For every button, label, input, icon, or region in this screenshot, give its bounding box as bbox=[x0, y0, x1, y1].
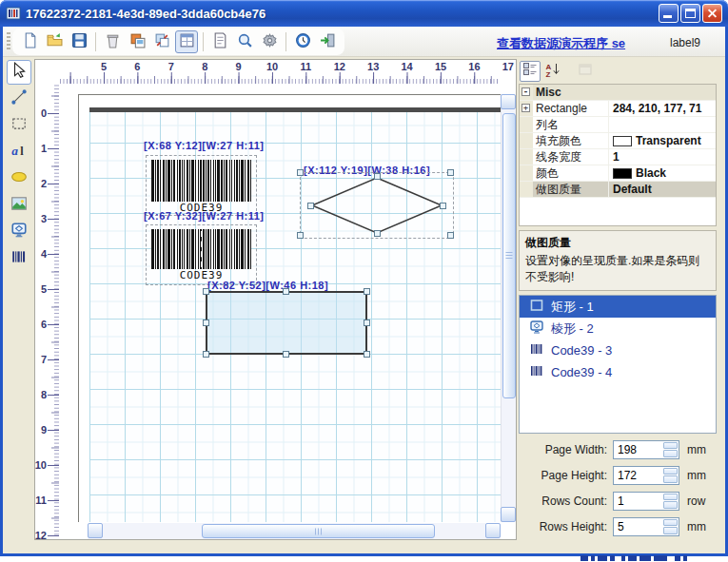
delete-button[interactable] bbox=[101, 30, 124, 53]
property-row[interactable]: 线条宽度1 bbox=[520, 149, 716, 165]
spin-up-button[interactable] bbox=[663, 494, 678, 501]
diamond-tool-button[interactable] bbox=[7, 220, 31, 244]
page-height-input[interactable] bbox=[614, 468, 663, 483]
spin-down-button[interactable] bbox=[663, 450, 678, 457]
text-tool-button[interactable]: al bbox=[7, 140, 31, 165]
alphabetical-sort-button[interactable]: AZ bbox=[542, 61, 563, 82]
resize-handle[interactable] bbox=[283, 288, 289, 295]
zoom-button[interactable] bbox=[233, 30, 256, 53]
rows-height-input[interactable] bbox=[614, 519, 663, 534]
ellipse-tool-button[interactable] bbox=[7, 166, 31, 191]
resize-handle[interactable] bbox=[203, 351, 209, 358]
vertical-scroll-thumb[interactable] bbox=[502, 113, 516, 398]
spin-up-button[interactable] bbox=[663, 468, 678, 475]
vertical-scrollbar[interactable] bbox=[501, 94, 516, 522]
property-row[interactable]: 填充颜色Transparent bbox=[520, 133, 716, 149]
resize-handle[interactable] bbox=[447, 232, 454, 239]
property-label: 颜色 bbox=[533, 165, 609, 181]
save-button[interactable] bbox=[68, 30, 90, 53]
resize-handle[interactable] bbox=[203, 288, 209, 295]
spin-up-button[interactable] bbox=[663, 519, 678, 527]
tool-palette: al bbox=[5, 59, 33, 550]
rows-count-input[interactable] bbox=[614, 494, 663, 509]
diamond-object[interactable] bbox=[310, 176, 443, 235]
settings-button[interactable] bbox=[258, 30, 281, 53]
object-list-item[interactable]: 棱形 - 2 bbox=[520, 318, 716, 339]
categorized-button[interactable] bbox=[520, 61, 541, 82]
print-button[interactable] bbox=[208, 30, 231, 53]
property-row[interactable]: +Rectangle284, 210, 177, 71 bbox=[520, 101, 716, 117]
object-list-item[interactable]: Code39 - 3 bbox=[520, 339, 716, 361]
send-to-back-button[interactable] bbox=[150, 30, 173, 53]
resize-handle[interactable] bbox=[297, 169, 304, 176]
resize-handle[interactable] bbox=[364, 320, 370, 326]
resize-handle[interactable] bbox=[364, 288, 370, 295]
scroll-right-button[interactable] bbox=[485, 523, 501, 538]
barcode-tool-button[interactable] bbox=[7, 246, 31, 271]
expand-icon[interactable]: + bbox=[521, 104, 530, 112]
property-row[interactable]: 列名 bbox=[520, 117, 716, 133]
rectangle-tool-button[interactable] bbox=[7, 113, 31, 138]
open-button[interactable] bbox=[43, 30, 66, 53]
property-value[interactable]: 284, 210, 177, 71 bbox=[609, 101, 716, 116]
barcode1-object[interactable] bbox=[151, 160, 251, 202]
save-icon bbox=[71, 32, 88, 52]
property-row[interactable]: 做图质量Default bbox=[520, 182, 716, 198]
property-value[interactable] bbox=[609, 117, 716, 132]
property-value[interactable]: Default bbox=[609, 182, 716, 197]
spin-up-button[interactable] bbox=[663, 442, 678, 450]
toggle-properties-button[interactable] bbox=[175, 30, 198, 53]
spin-down-button[interactable] bbox=[663, 527, 678, 534]
form-row: Rows Count:row bbox=[518, 491, 705, 511]
datasource-demo-link[interactable]: 查看数据源演示程序 se bbox=[497, 35, 625, 52]
minimize-button[interactable] bbox=[659, 4, 679, 23]
canvas-viewport[interactable]: [X:68 Y:12][W:27 H:11] CODE39 [X:67 Y:32… bbox=[60, 85, 501, 522]
horizontal-scrollbar[interactable] bbox=[88, 523, 501, 539]
close-button[interactable] bbox=[702, 4, 722, 23]
category-label: Misc bbox=[533, 85, 609, 100]
resize-handle[interactable] bbox=[283, 351, 289, 358]
resize-handle[interactable] bbox=[440, 203, 446, 209]
toolbar-separator bbox=[285, 32, 286, 51]
resize-handle[interactable] bbox=[297, 232, 304, 239]
property-value[interactable]: Black bbox=[609, 165, 716, 181]
exit-icon bbox=[320, 32, 336, 52]
new-button[interactable] bbox=[18, 30, 41, 53]
image-tool-button[interactable] bbox=[7, 193, 31, 218]
spin-down-button[interactable] bbox=[663, 501, 678, 509]
page-width-input[interactable] bbox=[614, 442, 663, 457]
resize-handle[interactable] bbox=[203, 320, 209, 326]
bring-to-front-button[interactable] bbox=[126, 30, 148, 53]
line-icon bbox=[10, 88, 28, 109]
maximize-button[interactable] bbox=[680, 4, 700, 23]
resize-handle[interactable] bbox=[447, 169, 454, 176]
resize-handle[interactable] bbox=[307, 203, 314, 209]
object-list-label: 矩形 - 1 bbox=[551, 299, 594, 316]
rectangle-annotation: [X:82 Y:52][W:46 H:18] bbox=[207, 280, 328, 291]
resize-handle[interactable] bbox=[374, 173, 381, 180]
object-list-item[interactable]: 矩形 - 1 bbox=[520, 296, 716, 318]
property-row[interactable]: 颜色Black bbox=[520, 165, 716, 182]
select-tool-button[interactable] bbox=[7, 60, 31, 85]
scroll-left-button[interactable] bbox=[88, 523, 103, 538]
line-tool-button[interactable] bbox=[7, 87, 31, 111]
object-list-item[interactable]: Code39 - 4 bbox=[520, 361, 716, 383]
collapse-icon[interactable]: - bbox=[521, 87, 530, 96]
about-button[interactable] bbox=[291, 30, 314, 53]
new-doc-icon bbox=[22, 32, 38, 52]
toolbar-grip[interactable] bbox=[7, 32, 10, 51]
scroll-down-button[interactable] bbox=[501, 507, 516, 522]
horizontal-scroll-thumb[interactable] bbox=[202, 524, 435, 538]
property-category-row[interactable]: -Misc bbox=[520, 85, 716, 101]
v-ruler-number: 6 bbox=[41, 319, 47, 330]
resize-handle[interactable] bbox=[364, 351, 370, 358]
rectangle-object[interactable] bbox=[206, 291, 367, 355]
scroll-up-button[interactable] bbox=[501, 94, 516, 109]
resize-handle[interactable] bbox=[374, 230, 381, 237]
text-icon: al bbox=[10, 142, 28, 163]
spin-down-button[interactable] bbox=[663, 475, 678, 483]
property-value[interactable]: Transparent bbox=[609, 133, 716, 148]
property-value[interactable]: 1 bbox=[609, 149, 716, 165]
design-canvas: 567891011121314151617 0123456789101112 [… bbox=[34, 59, 517, 540]
exit-button[interactable] bbox=[316, 30, 339, 53]
